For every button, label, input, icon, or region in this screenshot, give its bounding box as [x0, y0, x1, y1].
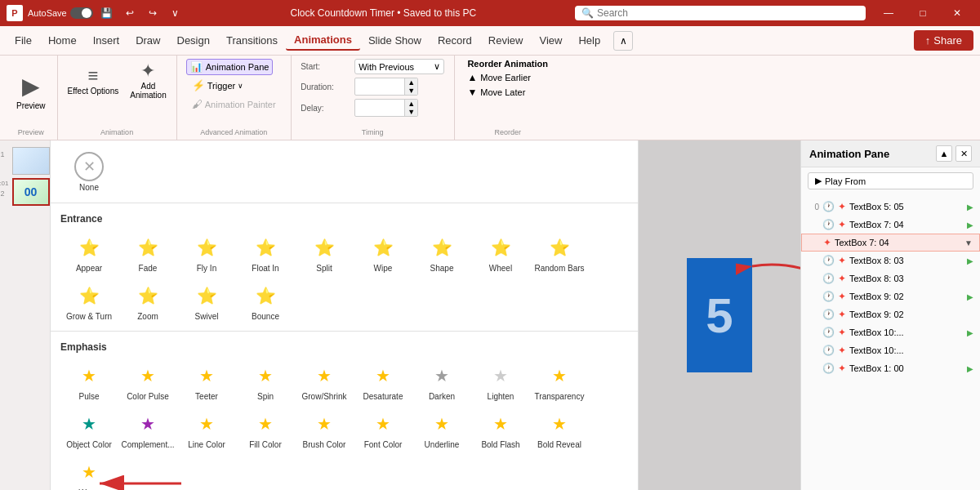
- anim-list-item-1[interactable]: 0 🕐 ✦ TextBox 5: 05 ▶: [801, 198, 980, 216]
- anim-split-e[interactable]: ⭐Split: [296, 229, 353, 276]
- move-earlier-btn[interactable]: ▲ Move Earlier: [467, 72, 531, 83]
- duration-label: Duration:: [301, 82, 350, 91]
- anim-wheel-e[interactable]: ⭐Wheel: [472, 229, 529, 276]
- search-bar[interactable]: 🔍: [575, 6, 866, 20]
- anim-boldflash[interactable]: ★Bold Flash: [472, 406, 529, 452]
- undo-icon[interactable]: ↩: [121, 4, 139, 22]
- anim-brushcolor[interactable]: ★Brush Color: [296, 406, 353, 452]
- item-1-arrow: ▶: [967, 203, 973, 212]
- slide-1-thumb[interactable]: [12, 147, 50, 175]
- anim-list-item-4[interactable]: 🕐 ✦ TextBox 8: 03 ▶: [801, 252, 980, 270]
- anim-list-item-10[interactable]: 🕐 ✦ TextBox 1: 00 ▶: [801, 359, 980, 377]
- anim-teeter[interactable]: ★Teeter: [178, 358, 235, 404]
- menu-design[interactable]: Design: [169, 31, 218, 50]
- anim-randombars-e[interactable]: ⭐Random Bars: [531, 229, 588, 276]
- reorder-controls: Reorder Animation ▲ Move Earlier ▼ Move …: [467, 59, 548, 123]
- anim-bounce-e[interactable]: ⭐Bounce: [237, 278, 294, 324]
- menu-slideshow[interactable]: Slide Show: [360, 31, 430, 50]
- autosave-toggle[interactable]: [70, 7, 93, 19]
- anim-list-item-5[interactable]: 🕐 ✦ TextBox 8: 03: [801, 270, 980, 287]
- anim-complement[interactable]: ★Complement...: [119, 406, 176, 452]
- anim-growturn[interactable]: ⭐Grow & Turn: [60, 278, 118, 324]
- anim-desaturate[interactable]: ★Desaturate: [354, 358, 412, 404]
- duration-input[interactable]: Auto: [355, 82, 404, 92]
- anim-flyin[interactable]: ⭐Fly In: [178, 229, 235, 276]
- pane-collapse-btn[interactable]: ▲: [936, 145, 952, 162]
- pane-close-btn[interactable]: ✕: [956, 145, 972, 162]
- anim-list-item-3[interactable]: ✦ TextBox 7: 04 ▼: [801, 234, 980, 252]
- anim-appear[interactable]: ⭐Appear: [60, 229, 118, 276]
- more-icon[interactable]: ∨: [167, 4, 185, 22]
- anim-floatin[interactable]: ⭐Float In: [237, 229, 294, 276]
- anim-darken[interactable]: ★Darken: [413, 358, 470, 404]
- delay-down[interactable]: ▼: [408, 108, 415, 116]
- anim-list-item-9[interactable]: 🕐 ✦ TextBox 10:...: [801, 341, 980, 359]
- anim-fade[interactable]: ⭐Fade: [119, 229, 176, 276]
- anim-list-item-2[interactable]: 🕐 ✦ TextBox 7: 04 ▶: [801, 216, 980, 234]
- maximize-button[interactable]: □: [906, 0, 939, 26]
- slide-2-thumb[interactable]: 00: [12, 178, 50, 206]
- none-item[interactable]: ✕ None: [60, 147, 118, 196]
- menu-insert[interactable]: Insert: [85, 31, 128, 50]
- delay-input[interactable]: 01.00: [355, 103, 404, 114]
- redo-icon[interactable]: ↪: [144, 4, 162, 22]
- anim-growshrink[interactable]: ★Grow/Shrink: [296, 358, 353, 404]
- anim-wipe-e[interactable]: ⭐Wipe: [354, 229, 412, 276]
- menu-transitions[interactable]: Transitions: [218, 31, 286, 50]
- animation-painter-btn[interactable]: 🖌 Animation Painter: [186, 96, 282, 113]
- duration-down[interactable]: ▼: [408, 87, 415, 95]
- anim-boldreveal[interactable]: ★Bold Reveal: [531, 406, 588, 452]
- anim-lighten[interactable]: ★Lighten: [472, 358, 529, 404]
- timing-group-label: Timing: [362, 125, 384, 136]
- move-later-btn[interactable]: ▼ Move Later: [467, 87, 525, 98]
- duration-arrows[interactable]: ▲ ▼: [404, 78, 417, 95]
- search-input[interactable]: [597, 7, 859, 19]
- anim-list-item-7[interactable]: 🕐 ✦ TextBox 9: 02: [801, 305, 980, 323]
- anim-list-item-8[interactable]: 🕐 ✦ TextBox 10:... ▶: [801, 323, 980, 341]
- anim-swivel-e[interactable]: ⭐Swivel: [178, 278, 235, 324]
- anim-shape-e[interactable]: ⭐Shape: [413, 229, 470, 276]
- play-from-btn[interactable]: ▶ Play From: [808, 172, 973, 189]
- duration-control[interactable]: Auto ▲ ▼: [354, 78, 418, 96]
- delay-control[interactable]: 01.00 ▲ ▼: [354, 99, 418, 117]
- anim-list-item-6[interactable]: 🕐 ✦ TextBox 9: 02 ▶: [801, 287, 980, 305]
- start-dropdown[interactable]: With Previous ∨: [354, 59, 444, 74]
- ribbon-collapse-btn[interactable]: ∧: [613, 31, 633, 51]
- menu-review[interactable]: Review: [480, 31, 532, 50]
- anim-transparency[interactable]: ★Transparency: [531, 358, 588, 404]
- darken-label: Darken: [429, 392, 455, 401]
- close-button[interactable]: ✕: [941, 0, 973, 26]
- anim-wave[interactable]: ★Wave: [60, 454, 118, 490]
- delay-row: Delay: 01.00 ▲ ▼: [301, 99, 418, 117]
- duration-up[interactable]: ▲: [408, 78, 415, 87]
- menu-draw[interactable]: Draw: [127, 31, 168, 50]
- menu-animations[interactable]: Animations: [286, 30, 360, 51]
- save-icon[interactable]: 💾: [98, 4, 116, 22]
- menu-home[interactable]: Home: [40, 31, 85, 50]
- effect-options-btn[interactable]: ≡ Effect Options: [65, 64, 122, 97]
- anim-pulse[interactable]: ★Pulse: [60, 358, 118, 404]
- menu-file[interactable]: File: [7, 31, 40, 50]
- advanced-controls: 📊 Animation Pane ⚡ Trigger ∨ 🖌 Animation…: [186, 59, 282, 123]
- minimize-button[interactable]: —: [872, 0, 905, 26]
- anim-underline[interactable]: ★Underline: [413, 406, 470, 452]
- menu-help[interactable]: Help: [570, 31, 608, 50]
- anim-fillcolor[interactable]: ★Fill Color: [237, 406, 294, 452]
- anim-linecolor[interactable]: ★Line Color: [178, 406, 235, 452]
- add-animation-btn[interactable]: ✦ AddAnimation: [127, 59, 169, 101]
- floatin-label: Float In: [252, 264, 278, 273]
- delay-arrows[interactable]: ▲ ▼: [404, 100, 417, 116]
- preview-btn[interactable]: ▶ Preview: [11, 59, 51, 123]
- menu-record[interactable]: Record: [430, 31, 480, 50]
- animation-pane-btn[interactable]: 📊 Animation Pane: [186, 59, 274, 75]
- anim-zoom-e[interactable]: ⭐Zoom: [119, 278, 176, 324]
- anim-objectcolor[interactable]: ★Object Color: [60, 406, 118, 452]
- anim-fontcolor[interactable]: ★Font Color: [354, 406, 412, 452]
- anim-spin[interactable]: ★Spin: [237, 358, 294, 404]
- boldflash-label: Bold Flash: [481, 440, 519, 449]
- trigger-btn[interactable]: ⚡ Trigger ∨: [186, 77, 249, 94]
- anim-colorpulse[interactable]: ★Color Pulse: [119, 358, 176, 404]
- menu-view[interactable]: View: [531, 31, 570, 50]
- share-button[interactable]: ↑ Share: [914, 30, 973, 51]
- delay-up[interactable]: ▲: [408, 100, 415, 108]
